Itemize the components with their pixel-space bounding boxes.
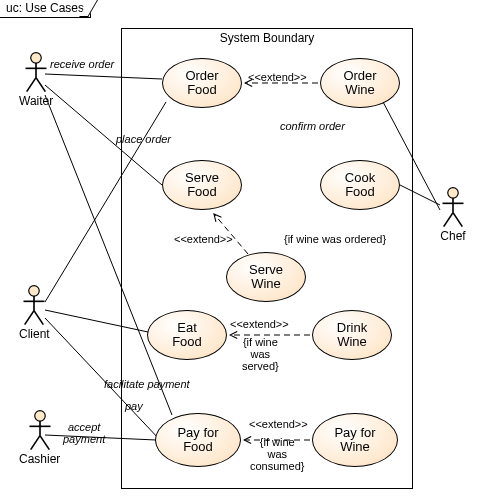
label-ext4: <<extend>>: [249, 418, 308, 430]
label-confirm-order: confirm order: [280, 120, 345, 132]
label-ext3: <<extend>>: [230, 318, 289, 330]
label-ext4-guard: {if wine was consumed}: [250, 436, 304, 472]
usecase-cook-food: Cook Food: [320, 160, 400, 210]
svg-point-28: [34, 411, 45, 422]
usecase-serve-food: Serve Food: [162, 160, 242, 210]
actor-waiter: Waiter: [19, 52, 53, 108]
label-ext2-guard: {if wine was ordered}: [284, 233, 386, 245]
usecase-order-wine: Order Wine: [320, 58, 400, 108]
actor-client: Client: [19, 285, 50, 341]
label-place-order: place order: [116, 133, 171, 145]
label-facilitate-payment: facilitate payment: [104, 378, 190, 390]
usecase-order-food: Order Food: [162, 58, 242, 108]
svg-line-22: [453, 213, 462, 227]
usecase-pay-wine: Pay for Wine: [312, 413, 398, 467]
frame-title: uc: Use Cases: [0, 0, 91, 18]
svg-line-21: [444, 213, 453, 227]
system-boundary-title: System Boundary: [122, 31, 412, 45]
diagram-canvas: uc: Use Cases System Boundary WaiterChef…: [0, 0, 500, 500]
svg-point-18: [448, 188, 459, 199]
label-pay: pay: [125, 400, 143, 412]
svg-line-17: [36, 78, 45, 92]
svg-point-23: [29, 286, 40, 297]
frame-title-text: uc: Use Cases: [6, 1, 84, 15]
svg-line-32: [40, 436, 49, 450]
actor-cashier: Cashier: [19, 410, 60, 466]
label-receive-order: receive order: [50, 58, 114, 70]
svg-line-27: [34, 311, 43, 325]
actor-label: Chef: [440, 229, 466, 243]
label-ext2: <<extend>>: [174, 233, 233, 245]
actor-label: Waiter: [19, 94, 53, 108]
label-ext3-guard: {if wine was served}: [242, 336, 279, 372]
usecase-pay-food: Pay for Food: [155, 413, 241, 467]
svg-line-31: [30, 436, 39, 450]
actor-label: Client: [19, 327, 50, 341]
label-accept-payment: accept payment: [63, 421, 105, 445]
usecase-drink-wine: Drink Wine: [312, 310, 392, 360]
actor-label: Cashier: [19, 452, 60, 466]
svg-point-13: [31, 53, 42, 64]
actor-chef: Chef: [440, 187, 466, 243]
usecase-eat-food: Eat Food: [147, 310, 227, 360]
svg-line-16: [27, 78, 36, 92]
svg-line-26: [25, 311, 34, 325]
label-ext1: <<extend>>: [248, 71, 307, 83]
usecase-serve-wine: Serve Wine: [226, 252, 306, 302]
